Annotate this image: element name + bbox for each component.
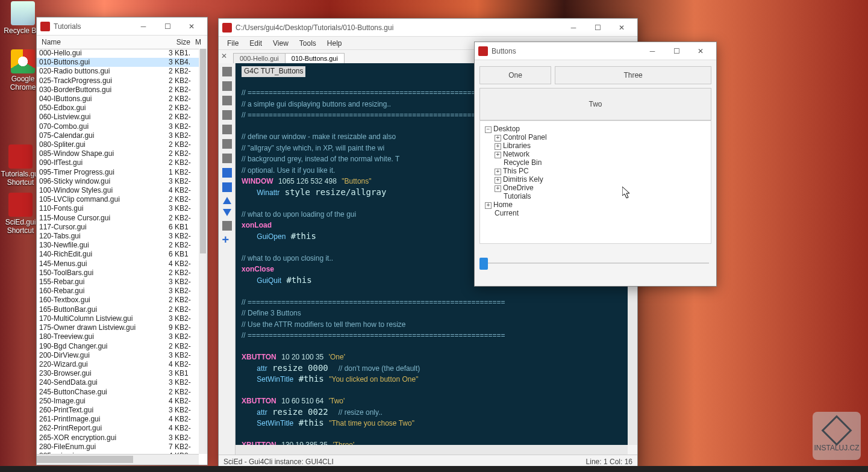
column-header-modified[interactable]: M [193, 37, 205, 48]
file-row[interactable]: 085-Window Shape.gui2 KB2- [37, 149, 199, 158]
tree-toggle-icon[interactable]: + [495, 152, 501, 158]
horizontal-scrollbar[interactable] [37, 454, 199, 465]
file-row[interactable]: 262-PrintReport.gui4 KB2- [37, 424, 199, 433]
file-row[interactable]: 120-Tabs.gui3 KB2- [37, 232, 199, 241]
button-two[interactable]: Two [479, 88, 711, 120]
explorer-file-list[interactable]: 000-Hello.gui3 KB1.010-Buttons.gui3 KB4.… [37, 49, 207, 454]
tool-icon[interactable] [222, 81, 232, 91]
tree-toggle-icon[interactable]: + [495, 185, 501, 192]
file-row[interactable]: 050-Edbox.gui2 KB2- [37, 104, 199, 113]
undo-icon[interactable] [222, 110, 232, 120]
explorer-column-headers[interactable]: Name Size M [37, 36, 207, 49]
redo-icon[interactable] [222, 125, 232, 134]
maximize-button[interactable]: ☐ [664, 43, 688, 60]
file-row[interactable]: 200-DirView.gui3 KB2- [37, 351, 199, 360]
file-row[interactable]: 155-Rebar.gui3 KB2- [37, 278, 199, 287]
desktop-icon-tutorials-shortcut[interactable]: Tutorials.gui Shortcut [0, 144, 41, 187]
file-row[interactable]: 190-Bgd Changer.gui2 KB2- [37, 342, 199, 351]
close-button[interactable]: ✕ [180, 18, 204, 35]
file-row[interactable]: 170-MultiColumn Listview.gui3 KB2- [37, 314, 199, 323]
file-row[interactable]: 090-IfTest.gui2 KB2- [37, 158, 199, 167]
tree-toggle-icon[interactable]: + [495, 135, 501, 141]
vertical-scrollbar[interactable] [199, 49, 207, 454]
tool-icon[interactable] [222, 221, 232, 231]
tree-node[interactable]: Libraries [503, 141, 531, 150]
tree-toggle-icon[interactable]: + [485, 202, 492, 209]
button-three[interactable]: Three [555, 66, 711, 84]
folder-tree[interactable]: −Desktop +Control Panel+Libraries+Networ… [479, 120, 711, 244]
file-row[interactable]: 150-ToolBars.gui2 KB2- [37, 269, 199, 278]
slider[interactable] [479, 252, 711, 270]
file-row[interactable]: 240-SendData.gui3 KB2- [37, 378, 199, 387]
file-row[interactable]: 140-RichEdit.gui6 KB1 [37, 250, 199, 259]
tree-node[interactable]: Recycle Bin [504, 158, 542, 167]
minimize-button[interactable]: ─ [561, 19, 585, 36]
file-row[interactable]: 117-Cursor.gui6 KB1 [37, 223, 199, 232]
file-row[interactable]: 060-Listview.gui2 KB2- [37, 113, 199, 122]
file-row[interactable]: 000-Hello.gui3 KB1. [37, 49, 199, 58]
file-row[interactable]: 245-ButtonChase.gui2 KB2- [37, 388, 199, 397]
file-row[interactable]: 260-PrintText.gui3 KB2- [37, 406, 199, 415]
file-row[interactable]: 100-Window Styles.gui4 KB2- [37, 186, 199, 195]
file-row[interactable]: 261-PrintImage.gui4 KB2- [37, 415, 199, 424]
file-row[interactable]: 160-Textbox.gui2 KB2- [37, 296, 199, 305]
file-row[interactable]: 095-Timer Progress.gui1 KB2- [37, 168, 199, 177]
file-row[interactable]: 180-Treeview.gui3 KB2- [37, 332, 199, 341]
file-row[interactable]: 115-Mouse Cursor.gui2 KB2- [37, 214, 199, 223]
file-row[interactable]: 145-Menus.gui4 KB2- [37, 259, 199, 269]
marker-icon[interactable] [222, 168, 232, 178]
file-row[interactable]: 025-TrackProgress.gui2 KB2- [37, 76, 199, 85]
file-row[interactable]: 105-LVClip command.gui2 KB2- [37, 195, 199, 204]
search-icon[interactable] [222, 139, 232, 149]
menu-tools[interactable]: Tools [295, 38, 321, 49]
file-row[interactable]: 165-ButtonBar.gui2 KB2- [37, 305, 199, 314]
file-row[interactable]: 250-Image.gui4 KB2- [37, 397, 199, 406]
tree-toggle-icon[interactable]: + [495, 177, 501, 184]
editor-tab-1[interactable]: 010-Buttons.gui [285, 53, 345, 63]
file-row[interactable]: 070-Combo.gui3 KB2- [37, 122, 199, 131]
scrollbar-thumb[interactable] [200, 49, 206, 253]
file-row[interactable]: 080-Spliter.gui2 KB2- [37, 140, 199, 149]
minimize-button[interactable]: ─ [640, 43, 664, 60]
file-row[interactable]: 075-Calendar.gui3 KB2- [37, 131, 199, 140]
explorer-titlebar[interactable]: Tutorials ─ ☐ ✕ [37, 17, 207, 36]
minimize-button[interactable]: ─ [131, 18, 155, 35]
menu-help[interactable]: Help [322, 38, 347, 49]
tree-node[interactable]: OneDrive [503, 184, 534, 192]
tab-close-icon[interactable]: ✕ [221, 52, 229, 60]
file-row[interactable]: 010-Buttons.gui3 KB4. [37, 58, 199, 67]
tree-node[interactable]: This PC [503, 167, 529, 175]
file-row[interactable]: 230-Browser.gui3 KB1 [37, 369, 199, 378]
tree-node[interactable]: Tutorials [504, 192, 531, 200]
column-header-size[interactable]: Size [165, 37, 193, 48]
close-button[interactable]: ✕ [610, 19, 634, 36]
save-icon[interactable] [222, 96, 232, 105]
editor-titlebar[interactable]: C:/Users/gui4c/Desktop/Tutorials/010-But… [219, 19, 637, 37]
file-row[interactable]: 265-XOR encryption.gui3 KB2- [37, 433, 199, 442]
file-row[interactable]: 280-FileEnum.gui7 KB2- [37, 442, 199, 452]
file-row[interactable]: 160-Rebar.gui3 KB2- [37, 287, 199, 296]
maximize-button[interactable]: ☐ [585, 19, 610, 36]
file-row[interactable]: 096-Sticky window.gui3 KB2- [37, 177, 199, 186]
slider-thumb[interactable] [479, 258, 488, 270]
scrollbar-thumb[interactable] [37, 456, 133, 463]
zoom-icon[interactable] [222, 154, 232, 163]
tree-node[interactable]: Control Panel [503, 133, 547, 141]
menu-file[interactable]: File [222, 38, 243, 49]
tree-toggle-icon[interactable]: + [495, 169, 501, 175]
buttons-titlebar[interactable]: Buttons ─ ☐ ✕ [475, 42, 716, 60]
editor-tab-0[interactable]: 000-Hello.gui [233, 53, 286, 63]
triangle-down-icon[interactable] [223, 209, 231, 216]
file-row[interactable]: 030-BorderButtons.gui2 KB2- [37, 85, 199, 95]
tree-node[interactable]: Desktop [493, 125, 520, 133]
plus-icon[interactable]: + [222, 235, 232, 245]
file-row[interactable]: 175-Owner drawn Listview.gui9 KB2- [37, 323, 199, 332]
maximize-button[interactable]: ☐ [155, 18, 180, 35]
column-header-name[interactable]: Name [39, 37, 165, 48]
horizontal-scrollbar[interactable] [236, 445, 628, 455]
triangle-up-icon[interactable] [223, 197, 231, 204]
tree-toggle-icon[interactable]: + [495, 143, 501, 150]
menu-view[interactable]: View [268, 38, 293, 49]
marker-icon[interactable] [222, 182, 232, 192]
tree-node[interactable]: Current [495, 209, 519, 217]
